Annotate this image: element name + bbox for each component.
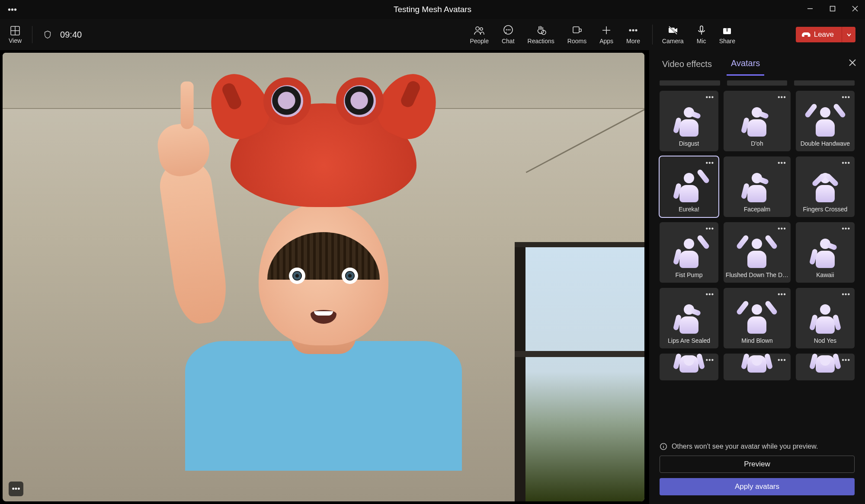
leave-dropdown[interactable] [842, 27, 855, 42]
svg-point-12 [509, 29, 510, 30]
card-more-icon[interactable]: ••• [778, 159, 786, 167]
svg-point-10 [506, 29, 506, 30]
card-more-icon[interactable]: ••• [842, 356, 850, 364]
partial-card[interactable] [794, 80, 855, 86]
view-button[interactable]: View [9, 25, 22, 44]
reaction-card[interactable]: ••• [724, 354, 791, 380]
more-button[interactable]: More [626, 25, 640, 45]
reaction-label: Nod Yes [814, 337, 836, 344]
people-button[interactable]: People [470, 25, 489, 45]
preview-button[interactable]: Preview [660, 456, 855, 473]
maximize-button[interactable] [827, 6, 838, 13]
svg-point-19 [635, 29, 637, 31]
shield-icon[interactable] [43, 30, 52, 39]
reaction-card[interactable]: ••• [660, 354, 718, 380]
reaction-thumbnail [813, 237, 838, 268]
reaction-card[interactable]: •••D'oh [724, 91, 791, 151]
reaction-card[interactable]: •••Mind Blown [724, 288, 791, 348]
people-icon [474, 25, 485, 36]
reaction-thumbnail [744, 354, 769, 373]
chat-button[interactable]: Chat [502, 25, 515, 45]
card-more-icon[interactable]: ••• [842, 93, 850, 101]
svg-rect-23 [700, 26, 703, 31]
reaction-label: Flushed Down The Drain [726, 271, 788, 278]
card-more-icon[interactable]: ••• [842, 159, 850, 167]
card-more-icon[interactable]: ••• [842, 290, 850, 298]
meeting-toolbar: View 09:40 People Chat Reactions Rooms [0, 19, 865, 50]
card-more-icon[interactable]: ••• [778, 356, 786, 364]
avatars-panel: Video effects Avatars •••Disgust•••D'oh•… [649, 50, 865, 504]
reaction-card[interactable]: •••Fist Pump [660, 222, 718, 283]
svg-rect-14 [573, 27, 579, 33]
reaction-label: Double Handwave [801, 140, 850, 147]
reaction-label: Kawaii [816, 271, 834, 278]
reaction-thumbnail [676, 303, 702, 334]
reaction-card[interactable]: •••Facepalm [724, 156, 791, 217]
reaction-card[interactable]: •••Kawaii [796, 222, 855, 283]
reaction-thumbnail [744, 105, 769, 137]
reaction-label: Fist Pump [676, 271, 703, 278]
svg-rect-1 [830, 6, 835, 11]
reaction-card[interactable]: •••Lips Are Sealed [660, 288, 718, 348]
reaction-card[interactable]: •••Eureka! [660, 156, 718, 217]
partial-card[interactable] [660, 80, 720, 86]
info-icon [660, 443, 667, 450]
reaction-thumbnail [744, 237, 769, 268]
camera-button[interactable]: Camera [662, 25, 684, 45]
plus-icon [601, 25, 612, 36]
reaction-card[interactable]: •••Flushed Down The Drain [724, 222, 791, 283]
svg-point-17 [629, 29, 631, 31]
card-more-icon[interactable]: ••• [705, 225, 714, 233]
window-title: Testing Mesh Avatars [394, 5, 471, 14]
leave-button[interactable]: Leave [796, 27, 842, 42]
reaction-card[interactable]: ••• [796, 354, 855, 380]
share-button[interactable]: Share [719, 25, 735, 45]
reaction-thumbnail [676, 354, 702, 373]
chat-icon [503, 25, 514, 36]
close-panel-icon[interactable] [849, 59, 856, 68]
reaction-thumbnail [744, 303, 769, 334]
apps-button[interactable]: Apps [599, 25, 613, 45]
reaction-card[interactable]: •••Fingers Crossed [796, 156, 855, 217]
reaction-thumbnail [676, 171, 702, 202]
apply-avatars-button[interactable]: Apply avatars [660, 478, 855, 495]
close-button[interactable] [849, 6, 861, 13]
reaction-label: Facepalm [744, 206, 770, 213]
card-more-icon[interactable]: ••• [705, 290, 714, 298]
reactions-icon [535, 25, 547, 36]
svg-point-18 [632, 29, 634, 31]
reaction-thumbnail [676, 237, 702, 268]
camera-off-icon [667, 25, 679, 36]
card-more-icon[interactable]: ••• [705, 93, 714, 101]
rooms-icon [571, 25, 583, 36]
svg-point-30 [663, 445, 663, 445]
reaction-label: Lips Are Sealed [668, 337, 710, 344]
card-more-icon[interactable]: ••• [705, 356, 714, 364]
svg-point-11 [508, 29, 508, 30]
card-more-icon[interactable]: ••• [778, 290, 786, 298]
reaction-card[interactable]: •••Double Handwave [796, 91, 855, 151]
card-more-icon[interactable]: ••• [705, 159, 714, 167]
reaction-card[interactable]: •••Nod Yes [796, 288, 855, 348]
partial-card[interactable] [727, 80, 788, 86]
card-more-icon[interactable]: ••• [842, 225, 850, 233]
mic-button[interactable]: Mic [696, 25, 707, 45]
reaction-label: Fingers Crossed [803, 206, 848, 213]
video-more-icon[interactable]: ••• [9, 482, 23, 496]
tab-video-effects[interactable]: Video effects [658, 52, 716, 75]
title-bar: ••• Testing Mesh Avatars [0, 0, 865, 19]
preview-info: Others won't see your avatar while you p… [660, 443, 855, 450]
reaction-label: D'oh [751, 140, 763, 147]
divider [32, 26, 32, 43]
reactions-scroll[interactable]: •••Disgust•••D'oh•••Double Handwave•••Eu… [649, 77, 865, 437]
minimize-button[interactable] [804, 6, 816, 13]
card-more-icon[interactable]: ••• [778, 225, 786, 233]
card-more-icon[interactable]: ••• [778, 93, 786, 101]
view-label: View [9, 37, 22, 44]
reaction-thumbnail [813, 171, 838, 202]
reaction-card[interactable]: •••Disgust [660, 91, 718, 151]
tab-avatars[interactable]: Avatars [727, 51, 764, 76]
rooms-button[interactable]: Rooms [567, 25, 586, 45]
reactions-button[interactable]: Reactions [528, 25, 554, 45]
more-options-icon[interactable]: ••• [0, 5, 25, 14]
